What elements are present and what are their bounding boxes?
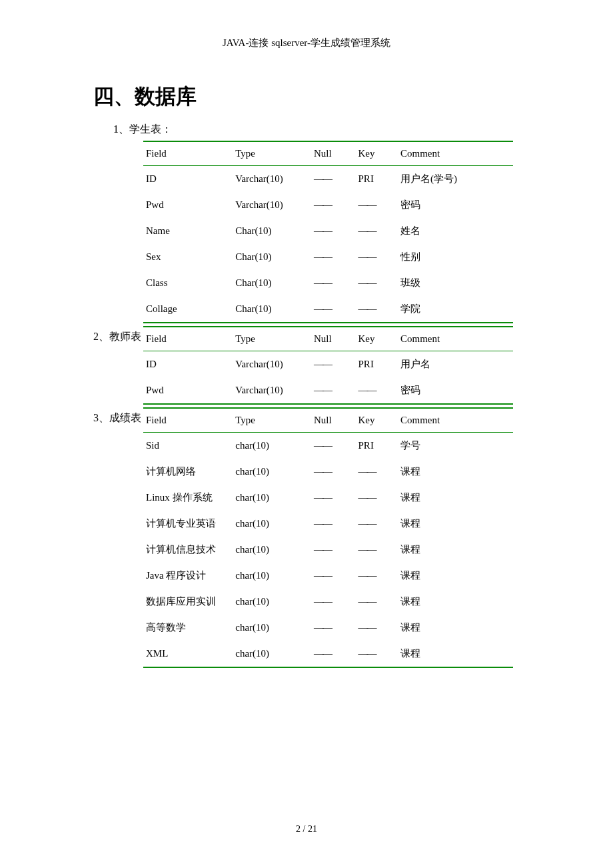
column-header-comment: Comment — [400, 408, 513, 433]
cell-key: —— — [358, 615, 400, 641]
column-header-field: Field — [143, 141, 235, 166]
cell-type: char(10) — [235, 563, 314, 589]
cell-comment: 课程 — [400, 511, 513, 537]
cell-null: —— — [314, 166, 358, 193]
column-header-null: Null — [314, 141, 358, 166]
cell-field: ID — [143, 351, 235, 378]
content-area: 四、数据库 1、学生表：FieldTypeNullKeyCommentIDVar… — [0, 83, 613, 668]
section-label: 3、成绩表 — [93, 411, 141, 425]
cell-key: PRI — [358, 433, 400, 459]
cell-field: Sex — [143, 244, 235, 270]
column-header-type: Type — [235, 141, 314, 166]
cell-type: char(10) — [235, 433, 314, 459]
cell-type: Char(10) — [235, 244, 314, 270]
main-heading: 四、数据库 — [93, 83, 533, 111]
cell-null: —— — [314, 377, 358, 404]
cell-null: —— — [314, 615, 358, 641]
column-header-null: Null — [314, 408, 358, 433]
cell-field: Linux 操作系统 — [143, 485, 235, 511]
cell-field: 数据库应用实训 — [143, 589, 235, 615]
cell-key: —— — [358, 537, 400, 563]
cell-type: Char(10) — [235, 270, 314, 296]
cell-comment: 课程 — [400, 615, 513, 641]
cell-null: —— — [314, 511, 358, 537]
cell-comment: 性别 — [400, 244, 513, 270]
cell-field: Name — [143, 218, 235, 244]
cell-comment: 课程 — [400, 485, 513, 511]
section-label: 1、学生表： — [113, 123, 533, 137]
cell-null: —— — [314, 459, 358, 485]
cell-comment: 用户名(学号) — [400, 166, 513, 193]
column-header-key: Key — [358, 141, 400, 166]
cell-field: Java 程序设计 — [143, 563, 235, 589]
table-row: 计算机专业英语char(10)————课程 — [143, 511, 513, 537]
cell-comment: 课程 — [400, 537, 513, 563]
cell-null: —— — [314, 485, 358, 511]
column-header-field: Field — [143, 327, 235, 351]
cell-key: —— — [358, 485, 400, 511]
cell-field: Pwd — [143, 377, 235, 404]
cell-type: char(10) — [235, 589, 314, 615]
cell-key: —— — [358, 244, 400, 270]
cell-null: —— — [314, 589, 358, 615]
table-row: IDVarchar(10)——PRI用户名 — [143, 351, 513, 378]
cell-key: —— — [358, 511, 400, 537]
cell-key: —— — [358, 270, 400, 296]
cell-comment: 密码 — [400, 192, 513, 218]
cell-field: XML — [143, 641, 235, 667]
cell-comment: 课程 — [400, 589, 513, 615]
cell-key: —— — [358, 377, 400, 404]
cell-null: —— — [314, 244, 358, 270]
cell-key: PRI — [358, 351, 400, 378]
cell-comment: 用户名 — [400, 351, 513, 378]
cell-field: Sid — [143, 433, 235, 459]
cell-field: 计算机专业英语 — [143, 511, 235, 537]
page-number: 2 / 21 — [0, 824, 613, 835]
cell-field: 计算机网络 — [143, 459, 235, 485]
cell-type: char(10) — [235, 641, 314, 667]
cell-key: —— — [358, 589, 400, 615]
table-row: XMLchar(10)————课程 — [143, 641, 513, 667]
cell-type: char(10) — [235, 615, 314, 641]
cell-type: Varchar(10) — [235, 377, 314, 404]
cell-comment: 课程 — [400, 563, 513, 589]
cell-key: PRI — [358, 166, 400, 193]
db-table: FieldTypeNullKeyCommentSidchar(10)——PRI学… — [143, 407, 513, 668]
cell-type: char(10) — [235, 537, 314, 563]
cell-null: —— — [314, 641, 358, 667]
cell-comment: 学院 — [400, 296, 513, 323]
cell-type: char(10) — [235, 459, 314, 485]
column-header-key: Key — [358, 327, 400, 351]
cell-comment: 学号 — [400, 433, 513, 459]
cell-key: —— — [358, 296, 400, 323]
cell-null: —— — [314, 296, 358, 323]
cell-type: char(10) — [235, 511, 314, 537]
cell-field: Collage — [143, 296, 235, 323]
page-header: JAVA-连接 sqlserver-学生成绩管理系统 — [0, 0, 613, 83]
table-row: 计算机信息技术char(10)————课程 — [143, 537, 513, 563]
cell-null: —— — [314, 563, 358, 589]
cell-null: —— — [314, 218, 358, 244]
column-header-key: Key — [358, 408, 400, 433]
cell-field: ID — [143, 166, 235, 193]
cell-field: 高等数学 — [143, 615, 235, 641]
cell-key: —— — [358, 459, 400, 485]
table-row: 数据库应用实训char(10)————课程 — [143, 589, 513, 615]
cell-comment: 密码 — [400, 377, 513, 404]
column-header-comment: Comment — [400, 327, 513, 351]
cell-field: Class — [143, 270, 235, 296]
cell-comment: 课程 — [400, 459, 513, 485]
db-table: FieldTypeNullKeyCommentIDVarchar(10)——PR… — [143, 141, 513, 323]
table-row: 计算机网络char(10)————课程 — [143, 459, 513, 485]
cell-null: —— — [314, 192, 358, 218]
table-row: 高等数学char(10)————课程 — [143, 615, 513, 641]
column-header-comment: Comment — [400, 141, 513, 166]
cell-key: —— — [358, 192, 400, 218]
cell-type: char(10) — [235, 485, 314, 511]
cell-field: 计算机信息技术 — [143, 537, 235, 563]
cell-type: Varchar(10) — [235, 166, 314, 193]
cell-key: —— — [358, 218, 400, 244]
cell-null: —— — [314, 537, 358, 563]
cell-null: —— — [314, 433, 358, 459]
cell-comment: 姓名 — [400, 218, 513, 244]
